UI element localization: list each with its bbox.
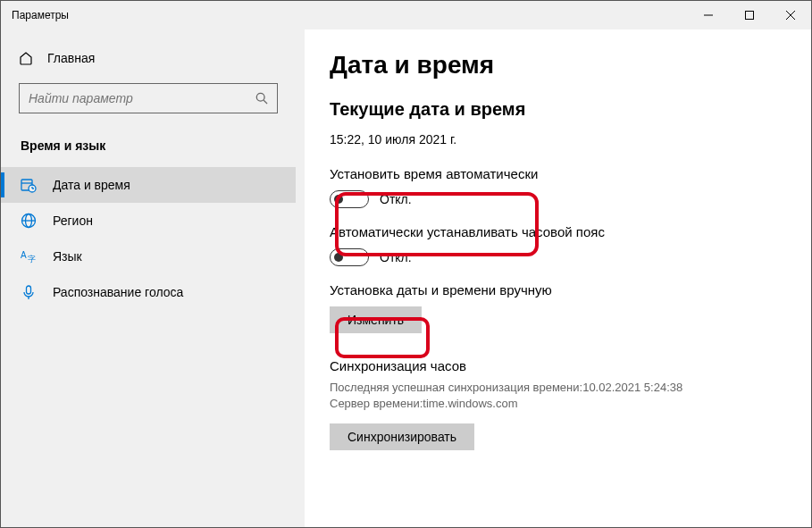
auto-time-toggle[interactable] xyxy=(330,190,369,208)
svg-text:字: 字 xyxy=(28,255,36,264)
auto-time-toggle-row: Откл. xyxy=(330,190,786,208)
home-label: Главная xyxy=(47,51,95,65)
sidebar-item-label: Язык xyxy=(53,249,82,264)
sidebar-item-language[interactable]: A字 Язык xyxy=(1,239,296,274)
sidebar-item-label: Дата и время xyxy=(53,178,130,192)
sync-server: Сервер времени:time.windows.com xyxy=(330,397,786,410)
sync-last: Последняя успешная синхронизация времени… xyxy=(330,381,786,394)
current-heading: Текущие дата и время xyxy=(330,99,786,120)
window-controls xyxy=(688,1,811,29)
minimize-button[interactable] xyxy=(688,1,729,29)
calendar-clock-icon xyxy=(21,177,37,193)
svg-text:A: A xyxy=(21,250,27,260)
globe-icon xyxy=(21,213,37,229)
sidebar: Главная Время и язык Дата и время Регион… xyxy=(1,29,305,527)
microphone-icon xyxy=(21,284,37,300)
search-box[interactable] xyxy=(19,83,278,113)
titlebar: Параметры xyxy=(1,1,811,29)
svg-rect-16 xyxy=(27,286,31,294)
main-container: Главная Время и язык Дата и время Регион… xyxy=(1,29,811,527)
auto-tz-toggle[interactable] xyxy=(330,248,369,266)
auto-tz-state: Откл. xyxy=(380,250,412,264)
page-title: Дата и время xyxy=(330,51,786,80)
home-link[interactable]: Главная xyxy=(1,44,296,72)
language-icon: A字 xyxy=(21,248,37,264)
auto-time-state: Откл. xyxy=(380,192,412,206)
auto-time-label: Установить время автоматически xyxy=(330,166,786,181)
change-button[interactable]: Изменить xyxy=(330,306,422,333)
search-icon xyxy=(255,92,268,105)
sidebar-item-label: Распознавание голоса xyxy=(53,285,183,299)
sync-section: Синхронизация часов Последняя успешная с… xyxy=(330,358,786,450)
home-icon xyxy=(19,51,33,65)
sidebar-section: Время и язык xyxy=(1,131,296,167)
close-button[interactable] xyxy=(770,1,811,29)
search-input[interactable] xyxy=(29,91,255,105)
sidebar-item-label: Регион xyxy=(53,214,93,228)
svg-rect-1 xyxy=(746,12,754,20)
sidebar-item-region[interactable]: Регион xyxy=(1,203,296,239)
content-area: Дата и время Текущие дата и время 15:22,… xyxy=(305,29,811,527)
auto-tz-toggle-row: Откл. xyxy=(330,248,786,266)
manual-set-label: Установка даты и времени вручную xyxy=(330,282,786,298)
svg-point-4 xyxy=(256,93,264,101)
window-title: Параметры xyxy=(12,9,688,21)
sync-heading: Синхронизация часов xyxy=(330,358,786,373)
svg-line-5 xyxy=(264,100,267,104)
sidebar-item-datetime[interactable]: Дата и время xyxy=(1,167,296,203)
current-datetime: 15:22, 10 июля 2021 г. xyxy=(330,132,786,147)
sync-button[interactable]: Синхронизировать xyxy=(330,423,474,450)
auto-tz-label: Автоматически устанавливать часовой пояс xyxy=(330,224,786,239)
maximize-button[interactable] xyxy=(729,1,770,29)
sidebar-item-speech[interactable]: Распознавание голоса xyxy=(1,274,296,310)
